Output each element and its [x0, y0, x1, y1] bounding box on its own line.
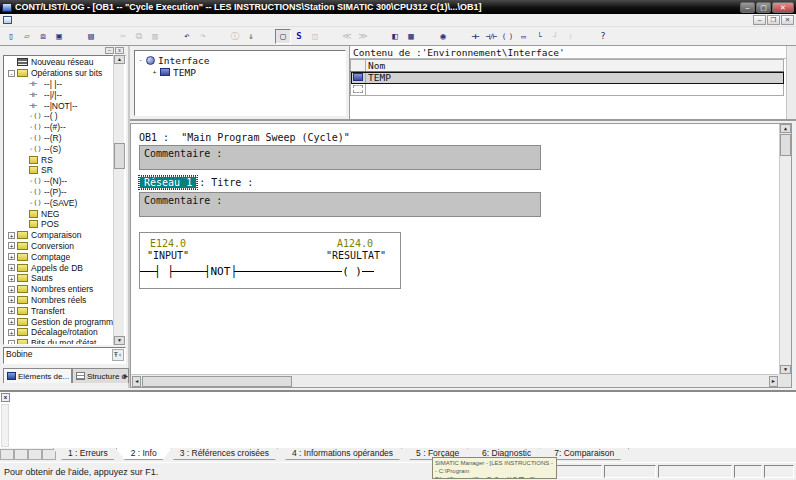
toolbar-button[interactable] [579, 29, 595, 44]
toolbar-button[interactable] [259, 29, 275, 44]
scroll-up-icon[interactable]: ▲ [114, 55, 125, 64]
toolbar-button[interactable] [371, 29, 387, 44]
catalog-item[interactable]: --| |-- [5, 79, 125, 90]
expand-toggle-icon[interactable] [20, 221, 27, 228]
tab-nav-button[interactable] [42, 449, 56, 460]
view-button[interactable]: ▦ [403, 29, 419, 44]
scroll-right-icon[interactable]: ▲ [769, 376, 778, 387]
toolbar-button[interactable] [163, 29, 179, 44]
tab-nav-button[interactable] [14, 449, 28, 460]
lad-editor[interactable]: OB1 : "Main Program Sweep (Cycle)" Comme… [130, 123, 792, 388]
tab-nav-button[interactable] [0, 449, 14, 460]
network-label[interactable]: Réseau 1 [139, 176, 197, 189]
connections-button[interactable]: S [291, 29, 307, 44]
network-toggle-button[interactable]: ▢ [275, 29, 291, 44]
catalog-item[interactable]: --(S) [5, 143, 125, 154]
scroll-thumb[interactable] [114, 143, 125, 169]
catalog-item[interactable]: + Comparaison [5, 230, 125, 241]
catalog-item[interactable]: NEG [5, 208, 125, 219]
redo-button[interactable]: ↷ [195, 29, 211, 44]
not-box-symbol[interactable]: ┤NOT├ [204, 265, 237, 278]
catalog-item[interactable]: --|NOT|-- [5, 100, 125, 111]
catalog-item[interactable]: --( ) [5, 111, 125, 122]
expand-toggle-icon[interactable] [20, 210, 27, 217]
catalog-scrollbar[interactable]: ▲ ▼ [113, 55, 124, 345]
catalog-item[interactable]: + Nombres entiers [5, 284, 125, 295]
TEMP[interactable]: TEMP [351, 72, 784, 84]
insert-coil-button[interactable]: ( ) [499, 29, 515, 44]
scroll-thumb[interactable] [780, 134, 791, 156]
network-comment-box[interactable]: Commentaire : [139, 192, 541, 217]
catalog-item[interactable]: + Comptage [5, 251, 125, 262]
catalog-item[interactable]: --(N)-- [5, 176, 125, 187]
catalog-item[interactable]: --|/|-- [5, 89, 125, 100]
editor-vscrollbar[interactable]: ▲ ▼ [779, 124, 791, 374]
network-rung[interactable]: E124.0 "INPUT" A124.0 "RESULTAT" ┤ ├ ┤NO… [139, 232, 401, 289]
scroll-down-icon[interactable]: ▼ [780, 365, 791, 374]
expand-toggle-icon[interactable] [20, 178, 27, 185]
toolbar-button[interactable] [99, 29, 115, 44]
catalog-item[interactable]: POS [5, 219, 125, 230]
catalog-item[interactable]: + Appels de DB [5, 262, 125, 273]
expand-toggle-icon[interactable]: + [8, 329, 15, 336]
print-button[interactable]: ▤ [83, 29, 99, 44]
catalog-item[interactable]: + Sauts [5, 273, 125, 284]
message-tab[interactable]: 2 : Info [116, 448, 172, 460]
expand-toggle-icon[interactable]: + [8, 264, 15, 271]
copy-button[interactable]: ⧉ [131, 29, 147, 44]
paste-button[interactable]: ▥ [147, 29, 163, 44]
expand-toggle-icon[interactable]: + [8, 307, 15, 314]
editor-hscrollbar[interactable]: ▲ ▲ [131, 374, 779, 387]
message-tab[interactable]: 4 : Informations opérandes [277, 448, 408, 460]
expand-toggle-icon[interactable]: + [8, 253, 15, 260]
child-restore-button[interactable]: ❐ [767, 15, 780, 25]
expand-toggle-icon[interactable] [20, 156, 27, 163]
expand-toggle-icon[interactable] [20, 134, 27, 141]
close-branch-button[interactable]: ┘ [547, 29, 563, 44]
catalog-item[interactable]: --(P)-- [5, 187, 125, 198]
insert-rail-button[interactable]: ⊦ [563, 29, 579, 44]
maximize-button[interactable]: ▢ [756, 2, 771, 13]
scroll-down-icon[interactable]: ▼ [114, 336, 125, 345]
scroll-left-icon[interactable]: ▲ [132, 376, 141, 387]
expand-toggle-icon[interactable]: + [8, 275, 15, 282]
prev-error-button[interactable]: ≪ [339, 29, 355, 44]
child-close-button[interactable]: ✕ [781, 15, 794, 25]
expand-toggle-icon[interactable] [20, 145, 27, 152]
catalog-item[interactable]: --(R) [5, 133, 125, 144]
toolbar-button[interactable] [419, 29, 435, 44]
expand-toggle-icon[interactable]: + [8, 232, 15, 239]
close-button[interactable]: ✕ [772, 2, 794, 13]
tab-nav-button[interactable] [28, 449, 42, 460]
catalog-item[interactable]: + Transfert [5, 305, 125, 316]
toolbar-button[interactable] [67, 29, 83, 44]
expand-toggle-icon[interactable] [20, 91, 27, 98]
panel-close-button[interactable]: x [115, 47, 124, 54]
panel-minimize-button[interactable]: – [105, 47, 114, 54]
catalog-item[interactable]: --(SAVE) [5, 197, 125, 208]
child-minimize-button[interactable]: – [753, 15, 766, 25]
overview-button[interactable]: ◧ [387, 29, 403, 44]
tab-scroll-right-icon[interactable]: ▶ [123, 372, 128, 379]
expand-toggle-icon[interactable]: + [8, 340, 15, 345]
catalog-item[interactable]: + Conversion [5, 241, 125, 252]
symbol-info-button[interactable]: ⓘ [227, 29, 243, 44]
message-pane-scrollbar[interactable] [1, 404, 9, 447]
scroll-up-icon[interactable]: ▲ [780, 124, 791, 133]
expand-toggle-icon[interactable] [20, 113, 27, 120]
description-detail-button[interactable]: Ŧ‹ [112, 349, 124, 361]
toolbar-button[interactable] [211, 29, 227, 44]
download-button[interactable]: ⇓ [243, 29, 259, 44]
expand-toggle-icon[interactable]: - [8, 70, 15, 77]
coil-symbol[interactable]: ( ) [342, 265, 362, 278]
document-icon[interactable] [3, 16, 12, 24]
block-comment-box[interactable]: Commentaire : [139, 145, 541, 170]
expand-toggle-icon[interactable]: - [137, 57, 144, 64]
expand-toggle-icon[interactable] [20, 80, 27, 87]
message-tab[interactable]: 3 : Références croisées [165, 448, 284, 460]
message-pane[interactable]: x [0, 390, 796, 448]
minimize-button[interactable]: – [740, 2, 755, 13]
open-online-button[interactable]: ⧈ [35, 29, 51, 44]
new-button[interactable]: ▯ [3, 29, 19, 44]
catalog-item[interactable]: SR [5, 165, 125, 176]
